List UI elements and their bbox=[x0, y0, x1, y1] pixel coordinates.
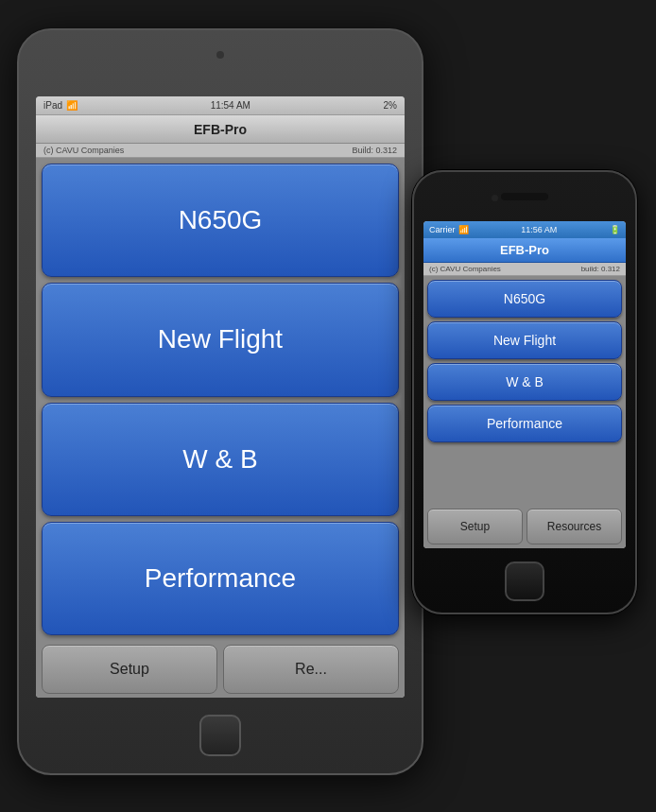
ipad-btn-new-flight[interactable]: New Flight bbox=[42, 283, 399, 396]
iphone-subheader: (c) CAVU Companies build: 0.312 bbox=[423, 263, 626, 276]
ipad-status-bar: iPad 📶 11:54 AM 2% bbox=[36, 96, 405, 115]
ipad-btn-performance[interactable]: Performance bbox=[42, 522, 399, 635]
iphone-build: build: 0.312 bbox=[581, 265, 620, 273]
ipad-home-button[interactable] bbox=[199, 715, 241, 756]
iphone-setup-button[interactable]: Setup bbox=[427, 509, 523, 544]
iphone-status-bar: Carrier 📶 11:56 AM 🔋 bbox=[423, 221, 626, 238]
iphone-speaker bbox=[501, 193, 548, 200]
iphone-status-left: Carrier 📶 bbox=[429, 225, 469, 234]
iphone-home-button[interactable] bbox=[505, 561, 544, 601]
ipad-btn-wb[interactable]: W & B bbox=[42, 403, 399, 516]
ipad-resources-button[interactable]: Re... bbox=[223, 645, 399, 694]
iphone-btn-performance[interactable]: Performance bbox=[427, 405, 622, 442]
iphone-content: N650G New Flight W & B Performance bbox=[423, 276, 626, 505]
ipad-bottom-bar: Setup Re... bbox=[36, 641, 405, 698]
scene: iPad 📶 11:54 AM 2% EFB-Pro (c) CAVU Comp… bbox=[0, 0, 656, 812]
iphone-time: 11:56 AM bbox=[521, 225, 557, 234]
ipad-subheader: (c) CAVU Companies Build: 0.312 bbox=[36, 144, 405, 158]
iphone-copyright: (c) CAVU Companies bbox=[429, 265, 501, 273]
ipad-content: N650G New Flight W & B Performance bbox=[36, 158, 405, 641]
iphone-resources-button[interactable]: Resources bbox=[527, 509, 622, 544]
iphone-btn-wb[interactable]: W & B bbox=[427, 363, 622, 401]
iphone-device: Carrier 📶 11:56 AM 🔋 EFB-Pro (c) CAVU Co… bbox=[412, 170, 637, 614]
ipad-wifi-icon: 📶 bbox=[66, 100, 78, 111]
ipad-camera bbox=[216, 51, 224, 59]
iphone-screen: Carrier 📶 11:56 AM 🔋 EFB-Pro (c) CAVU Co… bbox=[423, 221, 626, 548]
iphone-title: EFB-Pro bbox=[500, 243, 549, 257]
iphone-btn-n650g[interactable]: N650G bbox=[427, 280, 622, 318]
ipad-battery: 2% bbox=[384, 100, 397, 111]
ipad-label: iPad bbox=[43, 100, 62, 111]
ipad-btn-n650g[interactable]: N650G bbox=[42, 164, 399, 277]
ipad-build: Build: 0.312 bbox=[352, 146, 397, 155]
ipad-titlebar: EFB-Pro bbox=[36, 115, 405, 144]
iphone-camera bbox=[492, 195, 498, 201]
iphone-titlebar: EFB-Pro bbox=[423, 238, 626, 263]
iphone-wifi-icon: 📶 bbox=[458, 225, 469, 234]
iphone-carrier: Carrier bbox=[429, 225, 456, 234]
iphone-battery-icon: 🔋 bbox=[610, 225, 620, 234]
iphone-btn-new-flight[interactable]: New Flight bbox=[427, 321, 622, 359]
iphone-bottom-bar: Setup Resources bbox=[423, 505, 626, 548]
ipad-time: 11:54 AM bbox=[211, 100, 250, 111]
ipad-title: EFB-Pro bbox=[194, 122, 247, 137]
ipad-screen: iPad 📶 11:54 AM 2% EFB-Pro (c) CAVU Comp… bbox=[36, 96, 405, 698]
ipad-copyright: (c) CAVU Companies bbox=[43, 146, 124, 155]
ipad-device: iPad 📶 11:54 AM 2% EFB-Pro (c) CAVU Comp… bbox=[17, 28, 423, 775]
ipad-setup-button[interactable]: Setup bbox=[42, 645, 217, 694]
ipad-status-left: iPad 📶 bbox=[43, 100, 78, 111]
